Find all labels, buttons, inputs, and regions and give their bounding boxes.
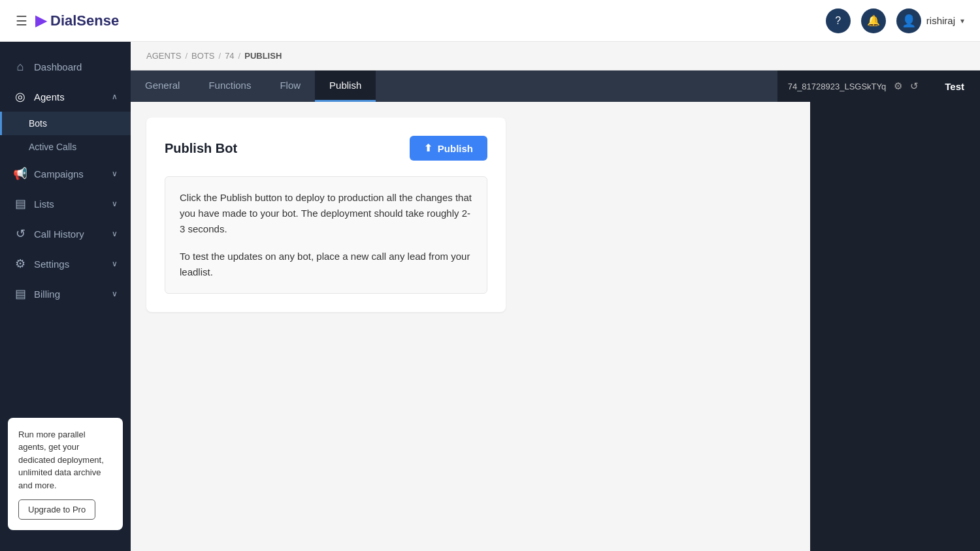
tab-publish[interactable]: Publish [315, 71, 376, 102]
chevron-down-icon: ∨ [112, 169, 118, 178]
bell-icon: 🔔 [867, 14, 880, 27]
sidebar-item-label: Dashboard [34, 61, 118, 72]
sidebar-item-lists[interactable]: ▤ Lists ∨ [0, 189, 131, 219]
breadcrumb-sep-2: / [219, 51, 221, 61]
tab-flow[interactable]: Flow [265, 71, 315, 102]
breadcrumb-sep-1: / [185, 51, 188, 61]
sidebar-item-settings[interactable]: ⚙ Settings ∨ [0, 249, 131, 279]
help-icon: ? [835, 15, 841, 27]
settings-icon[interactable]: ⚙ [894, 80, 902, 92]
breadcrumb-sep-3: / [238, 51, 241, 61]
chevron-down-icon: ∨ [112, 259, 118, 268]
api-key-text: 74_81728923_LSGSkTYq [788, 82, 887, 91]
chevron-down-icon: ∨ [112, 199, 118, 208]
info-box: Click the Publish button to deploy to pr… [165, 176, 487, 294]
breadcrumb: AGENTS / BOTS / 74 / PUBLISH [131, 42, 980, 71]
chevron-down-icon: ∨ [112, 289, 118, 298]
chevron-down-icon: ∨ [112, 229, 118, 238]
hamburger-icon[interactable]: ☰ [16, 13, 27, 29]
publish-button-label: Publish [438, 143, 473, 154]
sidebar-item-bots[interactable]: Bots [0, 112, 131, 135]
sidebar-item-label: Billing [34, 289, 105, 300]
refresh-icon[interactable]: ↺ [910, 80, 919, 92]
upgrade-to-pro-button[interactable]: Upgrade to Pro [18, 499, 95, 520]
sidebar-item-call-history[interactable]: ↺ Call History ∨ [0, 219, 131, 249]
content-with-panel: Publish Bot ⬆ Publish Click the Publish … [131, 102, 980, 551]
notification-button[interactable]: 🔔 [861, 8, 886, 33]
upgrade-card-text: Run more parallel agents, get your dedic… [18, 430, 104, 490]
sidebar-item-label: Agents [34, 91, 105, 102]
agents-icon: ◎ [13, 89, 27, 104]
sidebar-bottom: Run more parallel agents, get your dedic… [0, 309, 131, 541]
publish-card-title: Publish Bot [165, 141, 237, 156]
main-layout: ⌂ Dashboard ◎ Agents ∧ Bots Active Calls… [0, 42, 980, 551]
sidebar-item-agents[interactable]: ◎ Agents ∧ [0, 82, 131, 112]
help-button[interactable]: ? [826, 8, 851, 33]
settings-icon: ⚙ [13, 257, 27, 271]
test-button[interactable]: Test [929, 71, 980, 102]
sidebar-item-label: Campaigns [34, 168, 105, 180]
logo-icon: ▶ [35, 12, 46, 29]
content-area: AGENTS / BOTS / 74 / PUBLISH General Fun… [131, 42, 980, 551]
user-menu[interactable]: 👤 rishiraj ▾ [896, 8, 964, 33]
logo-text-label: DialSense [50, 12, 119, 29]
sidebar-item-campaigns[interactable]: 📢 Campaigns ∨ [0, 159, 131, 189]
sidebar-item-active-calls[interactable]: Active Calls [0, 135, 131, 159]
info-text-1: Click the Publish button to deploy to pr… [180, 190, 472, 237]
billing-icon: ▤ [13, 287, 27, 301]
active-calls-label: Active Calls [29, 142, 76, 152]
breadcrumb-74[interactable]: 74 [225, 51, 234, 61]
lists-icon: ▤ [13, 197, 27, 211]
right-panel-header: 74_81728923_LSGSkTYq ⚙ ↺ [777, 71, 930, 102]
avatar: 👤 [896, 8, 921, 33]
right-panel [810, 102, 980, 551]
content-main: Publish Bot ⬆ Publish Click the Publish … [131, 102, 810, 551]
publish-card: Publish Bot ⬆ Publish Click the Publish … [146, 118, 506, 312]
upgrade-card: Run more parallel agents, get your dedic… [8, 418, 123, 531]
agents-submenu: Bots Active Calls [0, 112, 131, 159]
username-label: rishiraj [926, 15, 955, 26]
tab-general[interactable]: General [131, 71, 194, 102]
sidebar-item-dashboard[interactable]: ⌂ Dashboard [0, 52, 131, 82]
publish-card-header: Publish Bot ⬆ Publish [165, 136, 487, 161]
bots-label: Bots [29, 118, 47, 129]
sidebar-item-billing[interactable]: ▤ Billing ∨ [0, 279, 131, 309]
breadcrumb-current: PUBLISH [244, 51, 282, 61]
breadcrumb-agents[interactable]: AGENTS [146, 51, 181, 61]
info-text-2: To test the updates on any bot, place a … [180, 249, 472, 280]
tab-row: General Functions Flow Publish 74_817289… [131, 71, 980, 102]
chevron-up-icon: ∧ [112, 92, 118, 101]
breadcrumb-bots[interactable]: BOTS [191, 51, 214, 61]
top-header: ☰ ▶ DialSense ? 🔔 👤 rishiraj ▾ [0, 0, 980, 42]
tab-bar: General Functions Flow Publish [131, 71, 777, 102]
sidebar-item-label: Call History [34, 228, 105, 240]
tab-functions[interactable]: Functions [194, 71, 265, 102]
sidebar-item-label: Settings [34, 259, 105, 270]
chevron-down-icon: ▾ [960, 16, 964, 25]
logo-area: ☰ ▶ DialSense [16, 12, 119, 29]
home-icon: ⌂ [13, 60, 27, 74]
call-history-icon: ↺ [13, 227, 27, 241]
sidebar: ⌂ Dashboard ◎ Agents ∧ Bots Active Calls… [0, 42, 131, 551]
sidebar-item-label: Lists [34, 198, 105, 210]
header-right: ? 🔔 👤 rishiraj ▾ [826, 8, 964, 33]
upload-icon: ⬆ [424, 142, 433, 154]
publish-button[interactable]: ⬆ Publish [410, 136, 487, 161]
campaigns-icon: 📢 [13, 166, 27, 181]
user-icon: 👤 [902, 14, 916, 28]
logo: ▶ DialSense [35, 12, 119, 29]
